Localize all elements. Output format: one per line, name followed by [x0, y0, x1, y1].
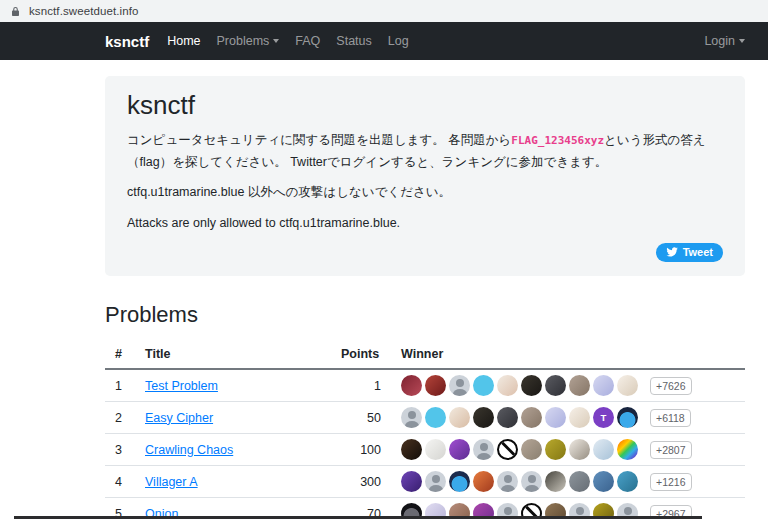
solver-count-badge[interactable]: +2807	[650, 441, 692, 459]
winner-avatar[interactable]	[545, 439, 566, 460]
winner-cell: +2807	[391, 434, 745, 466]
hero-panel: ksnctf コンピュータセキュリティに関する問題を出題します。 各問題からFL…	[105, 76, 745, 276]
winner-avatar[interactable]	[569, 439, 590, 460]
problem-title-cell: Villager A	[135, 466, 331, 498]
winner-avatar[interactable]	[545, 407, 566, 428]
winner-avatar[interactable]	[617, 375, 638, 396]
winner-avatar[interactable]	[401, 375, 422, 396]
navbar: ksnctf Home Problems FAQ Status Log Logi…	[0, 22, 768, 60]
nav-item-home[interactable]: Home	[167, 34, 200, 48]
problem-title-cell: Test Problem	[135, 369, 331, 402]
column-header-points: Points	[331, 340, 391, 369]
winner-cell: T+6118	[391, 402, 745, 434]
problems-heading: Problems	[105, 302, 745, 328]
login-label: Login	[704, 34, 735, 48]
twitter-bird-icon	[666, 246, 678, 258]
winner-avatar[interactable]	[401, 471, 422, 492]
problem-number: 1	[105, 369, 135, 402]
problem-points: 50	[331, 402, 391, 434]
attack-warning-en: Attacks are only allowed to ctfq.u1trama…	[127, 213, 723, 235]
problem-points: 1	[331, 369, 391, 402]
winner-avatar[interactable]	[545, 375, 566, 396]
winner-avatar[interactable]	[617, 407, 638, 428]
winner-avatar[interactable]	[521, 439, 542, 460]
winner-avatar[interactable]	[449, 471, 470, 492]
tweet-button-label: Tweet	[683, 246, 713, 258]
winner-avatar[interactable]	[521, 407, 542, 428]
problem-link[interactable]: Test Problem	[145, 379, 218, 393]
problem-points: 100	[331, 434, 391, 466]
winner-avatar[interactable]	[425, 407, 446, 428]
problem-link[interactable]: Crawling Chaos	[145, 443, 233, 457]
table-row: 1Test Problem1+7626	[105, 369, 745, 402]
problem-number: 3	[105, 434, 135, 466]
winner-avatar[interactable]	[473, 375, 494, 396]
winner-avatar[interactable]	[401, 439, 422, 460]
winner-avatar[interactable]	[425, 471, 446, 492]
winner-avatar[interactable]	[449, 439, 470, 460]
winner-avatar[interactable]	[617, 471, 638, 492]
problem-number: 2	[105, 402, 135, 434]
problem-points: 300	[331, 466, 391, 498]
winner-avatar[interactable]: T	[593, 407, 614, 428]
intro-text-before: コンピュータセキュリティに関する問題を出題します。 各問題から	[127, 133, 511, 147]
problems-table-body: 1Test Problem1+76262Easy Cipher50T+61183…	[105, 369, 745, 519]
solver-count-badge[interactable]: +6118	[650, 409, 691, 427]
winner-cell: +7626	[391, 369, 745, 402]
flag-format-code: FLAG_123456xyz	[511, 134, 604, 147]
winner-avatar[interactable]	[593, 471, 614, 492]
login-menu[interactable]: Login	[704, 34, 745, 48]
column-header-winner: Winner	[391, 340, 745, 369]
url-text[interactable]: ksnctf.sweetduet.info	[29, 5, 139, 17]
problem-link[interactable]: Easy Cipher	[145, 411, 213, 425]
winner-avatar[interactable]	[425, 439, 446, 460]
nav-item-log[interactable]: Log	[388, 34, 409, 48]
problem-link[interactable]: Villager A	[145, 475, 198, 489]
chevron-down-icon	[273, 39, 279, 43]
winner-avatar[interactable]	[449, 407, 470, 428]
winner-avatar[interactable]	[401, 407, 422, 428]
nav-item-problems[interactable]: Problems	[217, 34, 280, 48]
browser-address-bar[interactable]: ksnctf.sweetduet.info	[0, 0, 768, 22]
column-header-title: Title	[135, 340, 331, 369]
navbar-brand[interactable]: ksnctf	[105, 33, 149, 50]
winner-avatar[interactable]	[497, 407, 518, 428]
table-row: 3Crawling Chaos100+2807	[105, 434, 745, 466]
winner-avatar[interactable]	[497, 375, 518, 396]
problem-title-cell: Easy Cipher	[135, 402, 331, 434]
table-header-row: # Title Points Winner	[105, 340, 745, 369]
column-header-number: #	[105, 340, 135, 369]
nav-item-faq[interactable]: FAQ	[295, 34, 320, 48]
nav-item-problems-label: Problems	[217, 34, 270, 48]
attack-warning-ja: ctfq.u1tramarine.blue 以外への攻撃はしないでください。	[127, 182, 723, 204]
winner-avatar[interactable]	[545, 471, 566, 492]
tweet-button[interactable]: Tweet	[656, 243, 723, 262]
winner-avatar[interactable]	[425, 375, 446, 396]
winner-avatar[interactable]	[449, 375, 470, 396]
table-row: 4Villager A300+1216	[105, 466, 745, 498]
winner-avatar[interactable]	[497, 471, 518, 492]
winner-avatar[interactable]	[473, 439, 494, 460]
winner-cell: +1216	[391, 466, 745, 498]
winner-avatar[interactable]	[569, 471, 590, 492]
problems-table: # Title Points Winner 1Test Problem1+762…	[105, 340, 745, 519]
winner-avatar[interactable]	[521, 375, 542, 396]
lock-icon	[10, 6, 21, 17]
problem-title-cell: Crawling Chaos	[135, 434, 331, 466]
chevron-down-icon	[739, 39, 745, 43]
winner-avatar[interactable]	[569, 375, 590, 396]
solver-count-badge[interactable]: +7626	[650, 377, 692, 395]
winner-avatar[interactable]	[617, 439, 638, 460]
nav-item-status[interactable]: Status	[336, 34, 371, 48]
winner-avatar[interactable]	[473, 471, 494, 492]
intro-paragraph: コンピュータセキュリティに関する問題を出題します。 各問題からFLAG_1234…	[127, 130, 723, 173]
problem-number: 4	[105, 466, 135, 498]
table-row: 2Easy Cipher50T+6118	[105, 402, 745, 434]
winner-avatar[interactable]	[593, 375, 614, 396]
winner-avatar[interactable]	[521, 471, 542, 492]
solver-count-badge[interactable]: +1216	[650, 473, 692, 491]
winner-avatar[interactable]	[473, 407, 494, 428]
winner-avatar[interactable]	[593, 439, 614, 460]
winner-avatar[interactable]	[497, 439, 518, 460]
winner-avatar[interactable]	[569, 407, 590, 428]
